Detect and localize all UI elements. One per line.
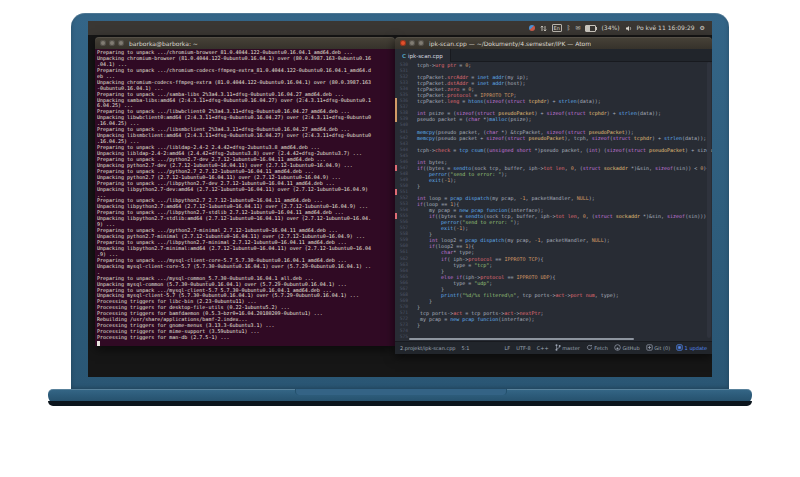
sync-icon xyxy=(586,344,593,351)
atom-titlebar[interactable]: ipk-scan.cpp — ~/Dokumenty/4.semester/IP… xyxy=(395,37,712,49)
status-language[interactable]: C++ xyxy=(537,345,549,351)
maximize-button[interactable] xyxy=(118,40,124,46)
vertical-scrollbar[interactable] xyxy=(707,62,711,338)
status-file-path[interactable]: 2.projekt/ipk-scan.cpp xyxy=(400,345,456,351)
status-encoding[interactable]: UTF-8 xyxy=(516,345,531,351)
volume-icon[interactable] xyxy=(625,25,632,32)
terminal-title: barborka@barborka: ~ xyxy=(129,40,198,47)
status-fetch[interactable]: Fetch xyxy=(586,344,608,351)
battery-percentage: (34%) xyxy=(601,25,619,31)
terminal-output[interactable]: Preparing to unpack .../chromium-browser… xyxy=(95,49,395,346)
laptop-base-edge xyxy=(48,401,752,406)
horizontal-scrollbar[interactable] xyxy=(409,338,634,341)
mail-icon[interactable]: ✉ xyxy=(575,25,580,31)
code-area[interactable]: 530 tcph->urg_ptr = 0;531532 tcpPacket.s… xyxy=(395,62,712,341)
system-panel: En ᛒ ✉ (34%) Po kvě 11 16:09:29 ⚙ xyxy=(88,21,712,35)
terminal-line: Unpacking mysql-client-core-5.7 (5.7.30-… xyxy=(97,264,393,270)
cpp-file-icon: C xyxy=(402,53,406,59)
status-git-changes[interactable]: Git (0) xyxy=(646,344,670,351)
laptop-base xyxy=(48,389,752,406)
terminal-cursor xyxy=(97,341,100,346)
terminal-line: Unpacking libsmbclient:amd64 (2:4.3.11+d… xyxy=(97,133,393,139)
git-diff-icon xyxy=(646,344,653,351)
terminal-cursor-line xyxy=(97,341,393,346)
close-button[interactable] xyxy=(100,40,106,46)
maximize-button[interactable] xyxy=(418,40,424,46)
terminal-line: Unpacking samba-libs:amd64 (2:4.3.11+dfs… xyxy=(97,98,393,104)
input-method-icon[interactable] xyxy=(529,25,535,31)
terminal-titlebar[interactable]: barborka@barborka: ~ xyxy=(95,37,395,49)
laptop-bezel: En ᛒ ✉ (34%) Po kvě 11 16:09:29 ⚙ xyxy=(71,13,729,390)
terminal-line: Unpacking libpython2.7-dev:amd64 (2.7.12… xyxy=(97,187,393,193)
status-bar: 2.projekt/ipk-scan.cpp 5:1 LF UTF-8 C++ … xyxy=(395,341,712,354)
session-gear-icon[interactable]: ⚙ xyxy=(700,25,705,31)
tab-ipk-scan-cpp[interactable]: C ipk-scan.cpp xyxy=(395,49,451,62)
network-icon[interactable] xyxy=(540,25,547,32)
status-updates[interactable]: 1 update xyxy=(676,344,707,351)
status-git-branch[interactable]: master xyxy=(555,344,580,351)
status-github[interactable]: GitHub xyxy=(614,344,640,351)
terminal-line: Unpacking libpython2.7-stdlib:amd64 (2.7… xyxy=(97,216,393,222)
battery-icon[interactable] xyxy=(585,25,596,32)
status-line-ending[interactable]: LF xyxy=(505,345,511,351)
terminal-line: Preparing to unpack .../chromium-codecs-… xyxy=(97,68,393,74)
terminal-line: Unpacking libpython2.7-minimal:amd64 (2.… xyxy=(97,246,393,252)
minimize-button[interactable] xyxy=(109,40,115,46)
github-icon xyxy=(614,344,621,351)
screen: En ᛒ ✉ (34%) Po kvě 11 16:09:29 ⚙ xyxy=(88,21,712,377)
git-branch-icon xyxy=(555,344,561,351)
laptop-base-notch xyxy=(295,389,507,395)
desktop: barborka@barborka: ~ Preparing to unpack… xyxy=(88,35,712,377)
close-button[interactable] xyxy=(400,40,406,46)
tab-label: ipk-scan.cpp xyxy=(408,53,443,59)
terminal-line: Unpacking libwbclient0:amd64 (2:4.3.11+d… xyxy=(97,115,393,121)
clock[interactable]: Po kvě 11 16:09:29 xyxy=(637,25,695,31)
atom-title: ipk-scan.cpp — ~/Dokumenty/4.semester/IP… xyxy=(429,40,591,47)
status-cursor-position[interactable]: 5:1 xyxy=(462,345,470,351)
atom-window: ipk-scan.cpp — ~/Dokumenty/4.semester/IP… xyxy=(395,37,712,354)
keyboard-layout-indicator[interactable]: En xyxy=(552,24,562,32)
tab-bar: C ipk-scan.cpp xyxy=(395,49,712,62)
terminal-line: Unpacking chromium-browser (81.0.4044.12… xyxy=(97,56,393,62)
terminal-window: barborka@barborka: ~ Preparing to unpack… xyxy=(95,37,395,346)
minimize-button[interactable] xyxy=(409,40,415,46)
bluetooth-icon[interactable]: ᛒ xyxy=(567,25,571,31)
laptop-mockup: En ᛒ ✉ (34%) Po kvě 11 16:09:29 ⚙ xyxy=(0,0,800,477)
update-icon xyxy=(676,344,683,351)
